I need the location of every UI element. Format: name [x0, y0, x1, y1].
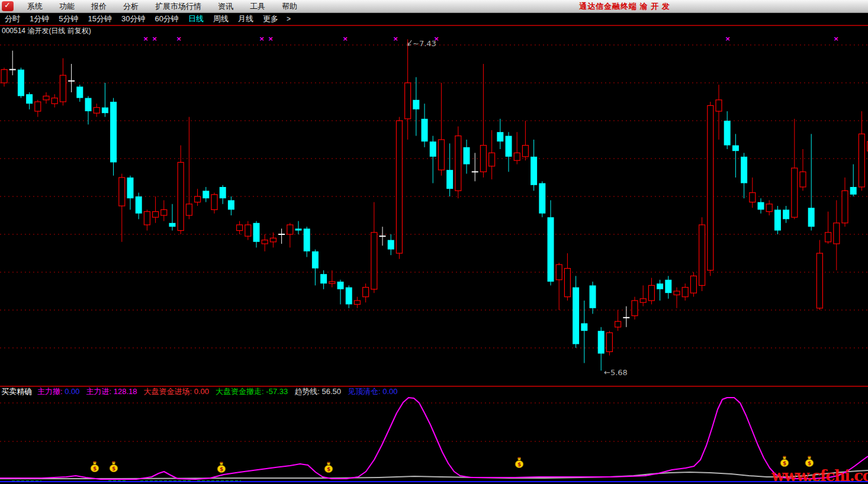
period-tab-分时[interactable]: 分时: [0, 13, 25, 25]
watermark: www.cfchi.com: [771, 467, 868, 484]
menu-item-报价[interactable]: 报价: [83, 0, 115, 12]
period-tab-1分钟[interactable]: 1分钟: [25, 13, 54, 25]
period-tab-日线[interactable]: 日线: [184, 13, 208, 25]
menu-item-系统[interactable]: 系统: [19, 0, 51, 12]
menu-item-分析[interactable]: 分析: [115, 0, 147, 12]
svg-text:~7.43: ~7.43: [413, 39, 436, 48]
indicator-field: 主力进: 128.18: [86, 387, 137, 396]
svg-text:$: $: [93, 466, 97, 472]
svg-text:$: $: [808, 460, 811, 466]
svg-text:$: $: [517, 462, 521, 467]
chevron-right-icon[interactable]: >: [283, 15, 294, 23]
money-bag-icon: $: [217, 463, 226, 473]
money-bag-icon: $: [780, 457, 789, 467]
period-tab-更多[interactable]: 更多: [258, 13, 283, 25]
candles-layer: [1, 39, 868, 370]
candlestick-chart[interactable]: ×××××××××× ~7.43←5.68 $ $ $ $ $ $ $: [0, 37, 868, 484]
period-tab-30分钟[interactable]: 30分钟: [117, 13, 150, 25]
high-annotation: ~7.43: [408, 39, 436, 48]
money-bag-icon: $: [91, 462, 99, 472]
indicator-field: 大盘资金进场: 0.00: [144, 387, 210, 396]
menu-item-工具[interactable]: 工具: [242, 0, 274, 12]
signal-x-marks: ××××××××××: [143, 37, 838, 43]
svg-text:×: ×: [833, 37, 838, 43]
svg-text:$: $: [112, 466, 115, 472]
buy-sell-signal-line: [0, 398, 868, 479]
indicator-field: 大盘资金撤走: -57.33: [216, 387, 288, 396]
app-title: 通达信金融终端 渝 开 发: [579, 0, 670, 12]
indicator-status-row: 买卖精确 主力撤: 0.00主力进: 128.18大盘资金进场: 0.00大盘资…: [0, 386, 868, 396]
indicator-field: 见顶清仓: 0.00: [348, 387, 398, 396]
sub-panel: $ $ $ $ $ $ $: [0, 398, 868, 482]
low-annotation: ←5.68: [604, 368, 628, 377]
menu-items: 系统功能报价分析扩展市场行情资讯工具帮助: [19, 0, 306, 12]
money-bag-icon: $: [805, 457, 814, 467]
money-bag-icon: $: [515, 458, 523, 468]
menu-item-功能[interactable]: 功能: [51, 0, 83, 12]
period-tab-15分钟[interactable]: 15分钟: [83, 13, 116, 25]
svg-text:$: $: [220, 466, 223, 472]
money-bag-icon: $: [324, 463, 333, 473]
period-toolbar: 分时1分钟5分钟15分钟30分钟60分钟日线周线月线更多 >: [0, 13, 868, 26]
stock-info-bar: 000514 渝开发(日线 前复权): [0, 26, 868, 37]
svg-text:×: ×: [259, 37, 264, 43]
period-tab-周线[interactable]: 周线: [208, 13, 233, 25]
period-items: 分时1分钟5分钟15分钟30分钟60分钟日线周线月线更多: [0, 13, 283, 25]
svg-text:$: $: [327, 466, 330, 472]
trend-line: [0, 470, 868, 479]
tdx-terminal-window: ✓ 系统功能报价分析扩展市场行情资讯工具帮助 通达信金融终端 渝 开 发 分时1…: [0, 0, 868, 484]
svg-text:×: ×: [268, 37, 273, 43]
svg-text:×: ×: [152, 37, 157, 43]
svg-text:×: ×: [176, 37, 181, 43]
svg-text:×: ×: [725, 37, 730, 43]
menu-item-资讯[interactable]: 资讯: [210, 0, 242, 12]
menu-bar: ✓ 系统功能报价分析扩展市场行情资讯工具帮助 通达信金融终端 渝 开 发: [0, 0, 868, 13]
period-tab-5分钟[interactable]: 5分钟: [54, 13, 83, 25]
menu-item-帮助[interactable]: 帮助: [274, 0, 306, 12]
indicator-name: 买卖精确: [1, 386, 32, 397]
period-tab-60分钟[interactable]: 60分钟: [150, 13, 183, 25]
svg-text:×: ×: [393, 37, 398, 43]
svg-text:×: ×: [143, 37, 148, 43]
indicator-fields: 主力撤: 0.00主力进: 128.18大盘资金进场: 0.00大盘资金撤走: …: [37, 386, 404, 397]
menu-item-扩展市场行情[interactable]: 扩展市场行情: [147, 0, 210, 12]
tdx-logo-icon: ✓: [2, 1, 14, 11]
svg-text:×: ×: [342, 37, 348, 43]
indicator-field: 趋势线: 56.50: [294, 387, 341, 396]
indicator-field: 主力撤: 0.00: [37, 387, 80, 396]
chart-area[interactable]: ×××××××××× ~7.43←5.68 $ $ $ $ $ $ $: [0, 37, 868, 484]
svg-text:$: $: [783, 460, 786, 466]
money-bag-icon: $: [110, 462, 118, 472]
period-tab-月线[interactable]: 月线: [233, 13, 258, 25]
stock-title: 000514 渝开发(日线 前复权): [2, 27, 91, 35]
